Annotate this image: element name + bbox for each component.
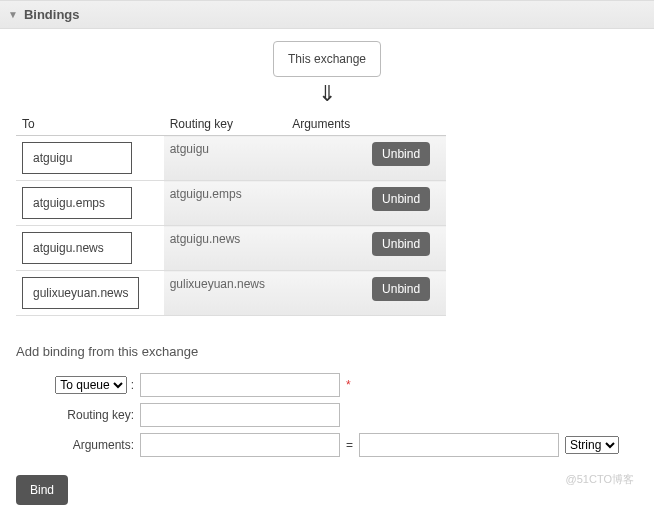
target-name-input[interactable] <box>140 373 340 397</box>
target-type-select[interactable]: To queue <box>55 376 127 394</box>
colon: : <box>131 378 134 392</box>
add-binding-title: Add binding from this exchange <box>16 344 638 359</box>
exchange-label: This exchange <box>288 52 366 66</box>
unbind-button[interactable]: Unbind <box>372 277 430 301</box>
queue-link[interactable]: atguigu.emps <box>22 187 132 219</box>
arrow-down-icon: ⇓ <box>16 81 638 107</box>
section-title: Bindings <box>24 7 80 22</box>
routing-key-value: atguigu.news <box>170 232 241 246</box>
queue-link[interactable]: atguigu.news <box>22 232 132 264</box>
header-to: To <box>16 113 164 136</box>
header-routing-key: Routing key <box>164 113 287 136</box>
arguments-label: Arguments: <box>16 438 140 452</box>
watermark: @51CTO博客 <box>566 472 634 487</box>
unbind-button[interactable]: Unbind <box>372 142 430 166</box>
this-exchange-box: This exchange <box>273 41 381 77</box>
argument-type-select[interactable]: String <box>565 436 619 454</box>
required-indicator: * <box>346 378 351 392</box>
bindings-section-header[interactable]: ▼ Bindings <box>0 0 654 29</box>
routing-key-value: atguigu <box>170 142 209 156</box>
routing-key-value: gulixueyuan.news <box>170 277 265 291</box>
table-row: atguigu.emps atguigu.emps Unbind <box>16 181 446 226</box>
queue-link[interactable]: atguigu <box>22 142 132 174</box>
collapse-icon: ▼ <box>8 9 18 20</box>
routing-key-value: atguigu.emps <box>170 187 242 201</box>
argument-value-input[interactable] <box>359 433 559 457</box>
table-row: gulixueyuan.news gulixueyuan.news Unbind <box>16 271 446 316</box>
unbind-button[interactable]: Unbind <box>372 232 430 256</box>
bindings-table: To Routing key Arguments atguigu atguigu… <box>16 113 446 316</box>
routing-key-input[interactable] <box>140 403 340 427</box>
unbind-button[interactable]: Unbind <box>372 187 430 211</box>
table-row: atguigu.news atguigu.news Unbind <box>16 226 446 271</box>
table-row: atguigu atguigu Unbind <box>16 136 446 181</box>
bind-button[interactable]: Bind <box>16 475 68 505</box>
equals-sign: = <box>346 438 353 452</box>
routing-key-label: Routing key: <box>16 408 140 422</box>
header-arguments: Arguments <box>286 113 366 136</box>
queue-link[interactable]: gulixueyuan.news <box>22 277 139 309</box>
argument-key-input[interactable] <box>140 433 340 457</box>
